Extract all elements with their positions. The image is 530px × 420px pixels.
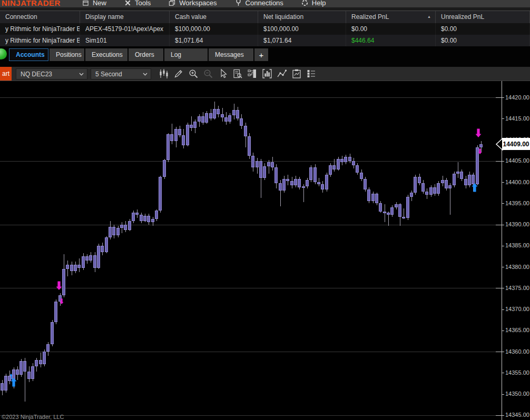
candle — [174, 129, 178, 141]
y-axis-tick — [502, 331, 504, 331]
tab-positions[interactable]: Positions — [50, 48, 84, 61]
indicator-panel-icon[interactable] — [261, 68, 273, 79]
column-header-label: Connection — [5, 13, 37, 21]
y-axis-tick — [496, 225, 504, 225]
account-row[interactable]: y Rithmic for NinjaTrader BrSim101$1,071… — [0, 35, 530, 46]
chart-style-icon[interactable] — [158, 68, 170, 79]
tab-log[interactable]: Log — [164, 48, 208, 61]
interval-selector[interactable]: 5 Second — [91, 68, 151, 79]
candle — [429, 187, 433, 195]
tab-executions[interactable]: Executions — [85, 48, 127, 61]
draw-icon[interactable] — [173, 68, 184, 79]
sell-execution-arrow-icon — [478, 147, 482, 156]
candle — [259, 161, 262, 178]
candle — [46, 344, 50, 352]
connections-icon — [235, 0, 242, 6]
price-axis-line — [502, 81, 502, 420]
column-header-net-liquidation[interactable]: Net liquidation — [258, 11, 346, 23]
candle — [290, 181, 293, 185]
new-window-icon — [82, 0, 89, 6]
account-row[interactable]: y Rithmic for NinjaTrader BrAPEX-45179-0… — [0, 23, 530, 35]
properties-icon[interactable] — [306, 68, 317, 79]
candle — [209, 113, 212, 118]
account-cell: y Rithmic for NinjaTrader Br — [0, 35, 80, 46]
candle — [441, 180, 444, 183]
cursor-icon[interactable] — [217, 68, 229, 79]
candle — [437, 183, 440, 194]
column-header-connection[interactable]: Connection — [0, 11, 80, 23]
candle — [151, 219, 154, 222]
candle — [309, 167, 312, 180]
candle — [456, 172, 459, 174]
y-axis-tick — [502, 203, 504, 204]
candle — [360, 173, 363, 179]
indicators-icon[interactable] — [276, 68, 288, 79]
candle — [371, 194, 375, 201]
account-cell: $1,071.64 — [170, 35, 258, 46]
candle — [232, 110, 235, 115]
column-header-unrealized-pnl[interactable]: Unrealized PnL — [436, 11, 530, 23]
account-cell: Sim101 — [80, 35, 170, 46]
gridline-14390 — [0, 225, 502, 225]
instrument-selector-value: NQ DEC23 — [16, 71, 79, 78]
y-axis-tick — [496, 415, 504, 416]
candle — [82, 256, 85, 268]
buy-execution-arrow-icon — [11, 378, 17, 389]
candle-wick — [385, 204, 385, 222]
candle — [367, 189, 370, 201]
menu-item-tools[interactable]: Tools — [115, 0, 160, 7]
candle — [163, 160, 166, 177]
y-axis-tick — [502, 309, 504, 310]
candle — [313, 167, 317, 182]
sell-execution-arrow-icon — [475, 128, 482, 139]
candle — [383, 212, 386, 213]
chart-window-tab[interactable]: art — [0, 67, 12, 81]
y-axis-label: 14355.00 — [505, 369, 529, 376]
candle — [236, 110, 239, 118]
account-tabs: AccountsPositionsExecutionsOrdersLogMess… — [9, 48, 268, 61]
menu-bar: NINJATRADER NewToolsWorkspacesConnection… — [0, 0, 530, 7]
candle — [271, 162, 274, 167]
candle — [228, 115, 231, 122]
menu-item-new[interactable]: New — [73, 0, 115, 7]
candle — [282, 179, 286, 191]
candle — [286, 179, 289, 181]
y-axis-tick — [496, 97, 504, 98]
candle — [109, 227, 112, 237]
menu-item-connections[interactable]: Connections — [226, 0, 292, 7]
column-header-realized-pnl[interactable]: Realized PnL▲ — [346, 11, 436, 23]
add-tab-button[interactable]: + — [254, 48, 268, 61]
menu-item-label: Tools — [135, 0, 151, 7]
tab-accounts[interactable]: Accounts — [9, 48, 48, 61]
candle — [251, 156, 254, 167]
data-box-icon[interactable] — [232, 68, 243, 79]
menu-item-workspaces[interactable]: Workspaces — [160, 0, 225, 7]
account-cell: $0.00 — [436, 35, 530, 46]
candle — [402, 217, 405, 218]
candlestick-chart[interactable]: 14420.0014415.0014410.0014405.0014400.00… — [0, 81, 530, 420]
tab-messages[interactable]: Messages — [209, 48, 253, 61]
y-axis-tick — [496, 352, 504, 352]
account-cell: $1,071.64 — [258, 35, 346, 46]
menu-item-help[interactable]: Help — [292, 0, 335, 7]
candle — [445, 180, 448, 188]
chevron-down-icon — [143, 73, 148, 76]
candle — [364, 179, 367, 189]
zoom-in-icon[interactable] — [188, 68, 199, 79]
instrument-selector[interactable]: NQ DEC23 — [16, 68, 87, 79]
candle — [390, 207, 394, 215]
column-header-display-name[interactable]: Display name — [80, 11, 170, 23]
menu-item-label: Help — [312, 0, 326, 7]
candle — [221, 114, 224, 117]
buy-execution-arrow-icon — [472, 183, 478, 194]
tab-orders[interactable]: Orders — [129, 48, 163, 61]
copyright-text: ©2023 NinjaTrader, LLC — [2, 414, 64, 420]
account-cell: $100,000.00 — [170, 23, 258, 35]
account-cell: $446.64 — [346, 35, 436, 46]
candle — [263, 166, 266, 178]
column-header-cash-value[interactable]: Cash value — [170, 11, 258, 23]
chart-trader-icon[interactable] — [247, 68, 258, 79]
candle — [35, 360, 38, 366]
strategies-icon[interactable] — [291, 68, 302, 79]
candle — [178, 129, 181, 135]
